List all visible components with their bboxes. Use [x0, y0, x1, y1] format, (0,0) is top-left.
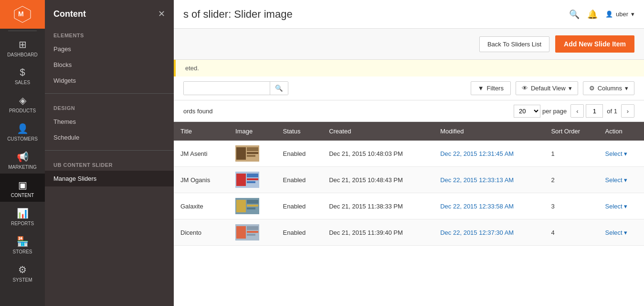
col-header-action: Action	[599, 122, 644, 141]
cell-modified-3: Dec 22, 2015 12:37:30 AM	[433, 219, 544, 246]
thumbnail-3	[235, 224, 259, 240]
cell-status-2: Enabled	[276, 193, 323, 219]
notification-icon[interactable]: 🔔	[587, 9, 598, 20]
table-row: Dicento EnabledDec 21, 2015 11:39:40 PMD…	[174, 219, 644, 246]
svg-rect-3	[236, 147, 246, 160]
user-menu[interactable]: 👤 uber ▾	[605, 11, 634, 18]
search-button[interactable]: 🔍	[270, 82, 288, 95]
cell-sort-order-2: 3	[544, 193, 598, 219]
page-input[interactable]	[586, 104, 603, 118]
action-select-1[interactable]: Select ▾	[605, 176, 637, 184]
svg-rect-4	[247, 147, 258, 151]
thumbnail-1	[235, 172, 259, 188]
svg-rect-19	[247, 226, 258, 230]
per-page-label: per page	[542, 108, 567, 115]
sidebar-item-label-system: SYSTEM	[12, 277, 32, 283]
products-icon: ◈	[19, 95, 26, 106]
action-select-2[interactable]: Select ▾	[605, 203, 637, 210]
columns-button[interactable]: ⚙ Columns ▾	[583, 81, 634, 95]
flyout-item-widgets[interactable]: Widgets	[45, 73, 174, 88]
table-body: JM Asenti EnabledDec 21, 2015 10:48:03 P…	[174, 141, 644, 246]
cell-action-0: Select ▾	[599, 141, 644, 167]
next-page-button[interactable]: ›	[621, 104, 634, 118]
search-icon[interactable]: 🔍	[569, 9, 580, 20]
columns-dropdown-icon: ▾	[625, 85, 628, 92]
table-row: Galaxite EnabledDec 21, 2015 11:38:33 PM…	[174, 193, 644, 219]
sidebar-item-reports[interactable]: 📊REPORTS	[0, 202, 45, 230]
cell-title-2: Galaxite	[174, 193, 229, 219]
svg-rect-16	[247, 208, 255, 209]
svg-rect-10	[247, 178, 258, 180]
svg-rect-18	[236, 226, 246, 239]
flyout-item-pages[interactable]: Pages	[45, 41, 174, 57]
sidebar-item-customers[interactable]: 👤CUSTOMERS	[0, 117, 45, 145]
logo[interactable]: M	[0, 0, 45, 29]
flyout-item-schedule[interactable]: Schedule	[45, 130, 174, 145]
per-page-dropdown[interactable]: 203050100200	[514, 105, 540, 118]
search-input[interactable]	[184, 82, 270, 95]
filters-label: Filters	[487, 85, 504, 92]
col-header-image: Image	[229, 122, 276, 141]
sidebar-item-dashboard[interactable]: ⊞DASHBOARD	[0, 33, 45, 61]
action-select-0[interactable]: Select ▾	[605, 150, 637, 157]
cell-action-1: Select ▾	[599, 167, 644, 193]
flyout-item-blocks[interactable]: Blocks	[45, 57, 174, 73]
main-content: s of slider: Slider image 🔍 🔔 👤 uber ▾ B…	[174, 0, 644, 306]
cell-sort-order-3: 4	[544, 219, 598, 246]
table-row: JM Asenti EnabledDec 21, 2015 10:48:03 P…	[174, 141, 644, 167]
action-select-3[interactable]: Select ▾	[605, 229, 637, 236]
col-header-created: Created	[322, 122, 433, 141]
sidebar-item-stores[interactable]: 🏪STORES	[0, 230, 45, 258]
flyout-item-themes[interactable]: Themes	[45, 114, 174, 130]
cell-image-3	[229, 219, 276, 246]
filters-button[interactable]: ▼ Filters	[471, 81, 511, 95]
sidebar-item-sales[interactable]: $SALES	[0, 61, 45, 89]
notice-bar: eted.	[174, 60, 644, 76]
sidebar-item-label-content: CONTENT	[11, 193, 34, 198]
flyout-section-title-1: Design	[45, 98, 174, 114]
svg-rect-15	[247, 205, 258, 207]
pagination-bar: ords found 203050100200 per page ‹ of 1 …	[174, 100, 644, 122]
sidebar-item-system[interactable]: ⚙SYSTEM	[0, 258, 45, 286]
view-dropdown-icon: ▾	[569, 85, 572, 92]
sidebar-item-label-sales: SALES	[15, 80, 30, 85]
table-toolbar: 🔍 ▼ Filters 👁 Default View ▾ ⚙ Columns ▾	[174, 76, 644, 100]
cell-status-3: Enabled	[276, 219, 323, 246]
sidebar-item-label-reports: REPORTS	[11, 221, 34, 226]
svg-rect-9	[247, 174, 258, 177]
page-nav: ‹ of 1 ›	[570, 104, 634, 118]
cell-image-0	[229, 141, 276, 167]
cell-sort-order-1: 2	[544, 167, 598, 193]
sidebar-item-content[interactable]: ▣CONTENT	[0, 174, 45, 202]
default-view-button[interactable]: 👁 Default View ▾	[516, 81, 578, 95]
sidebar-item-products[interactable]: ◈PRODUCTS	[0, 89, 45, 117]
user-name: uber	[616, 11, 628, 18]
prev-page-button[interactable]: ‹	[570, 104, 584, 118]
thumbnail-2	[235, 198, 259, 214]
flyout-section-title-0: Elements	[45, 26, 174, 41]
per-page-select: 203050100200 per page	[514, 105, 567, 118]
action-bar: Back To Sliders List Add New Slide Item	[174, 29, 644, 60]
add-new-slide-button[interactable]: Add New Slide Item	[555, 35, 634, 53]
sidebar-item-marketing[interactable]: 📢MARKETING	[0, 145, 45, 174]
sidebar-items: ⊞DASHBOARD$SALES◈PRODUCTS👤CUSTOMERS📢MARK…	[0, 33, 45, 286]
col-header-sort_order: Sort Order	[544, 122, 598, 141]
flyout-header: Content ✕	[45, 0, 174, 26]
back-to-sliders-button[interactable]: Back To Sliders List	[479, 36, 549, 52]
sidebar-divider-top	[8, 31, 37, 31]
svg-rect-11	[247, 181, 255, 183]
svg-rect-6	[247, 155, 255, 157]
content-flyout: Content ✕ ElementsPagesBlocksWidgetsDesi…	[45, 0, 174, 306]
flyout-sections: ElementsPagesBlocksWidgetsDesignThemesSc…	[45, 26, 174, 186]
svg-text:M: M	[18, 10, 24, 18]
cell-status-1: Enabled	[276, 167, 323, 193]
dashboard-icon: ⊞	[19, 39, 27, 50]
flyout-close-button[interactable]: ✕	[158, 9, 165, 19]
cell-title-0: JM Asenti	[174, 141, 229, 167]
flyout-item-manage-sliders[interactable]: Manage Sliders	[45, 171, 174, 186]
columns-label: Columns	[598, 85, 622, 92]
cell-modified-0: Dec 22, 2015 12:31:45 AM	[433, 141, 544, 167]
sidebar-item-label-stores: STORES	[13, 249, 32, 254]
slides-table: TitleImageStatusCreatedModifiedSort Orde…	[174, 122, 644, 246]
cell-status-0: Enabled	[276, 141, 323, 167]
